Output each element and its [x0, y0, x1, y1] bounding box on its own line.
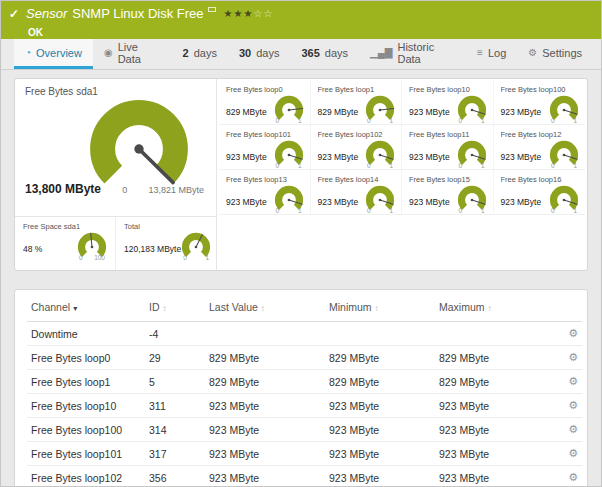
mini-gauge-cell[interactable]: Free Bytes loop11 923 MByte 0 1 — [402, 125, 494, 170]
mini-gauge-value: 923 MByte — [409, 152, 450, 162]
log-list-icon: ≡ — [477, 47, 483, 58]
mini-gauge-scale-min: 0 — [276, 207, 280, 214]
prtg-sensor-page: ✓ Sensor SNMP Linux Disk Free ★★★☆☆ OK ◔… — [0, 0, 602, 487]
mini-gauge-cell[interactable]: Free Bytes loop100 923 MByte 0 1 — [494, 80, 586, 125]
mini-gauge-cell[interactable]: Free Bytes loop10 923 MByte 0 1 — [402, 80, 494, 125]
tab-settings[interactable]: ⚙ Settings — [517, 39, 593, 69]
mini-gauge-title: Free Bytes loop15 — [409, 175, 487, 184]
cell-channel: Free Bytes loop0 — [27, 346, 145, 370]
bar-chart-icon: ▁▄▇ — [370, 47, 392, 58]
channel-settings-icon[interactable]: ⚙ — [568, 327, 578, 339]
mini-gauge-title: Free Bytes loop16 — [501, 175, 580, 184]
tab-log[interactable]: ≡ Log — [466, 39, 517, 69]
tab-live-data[interactable]: ◉ Live Data — [93, 39, 172, 69]
mini-gauge-cell[interactable]: Free Bytes loop101 923 MByte 0 1 — [219, 125, 311, 170]
cell-minimum: 923 MByte — [325, 394, 435, 418]
cell-minimum: 923 MByte — [325, 466, 435, 487]
cell-maximum: 923 MByte — [435, 394, 550, 418]
mini-gauge-scale: 0 1 — [274, 117, 304, 124]
mini-gauge-cell[interactable]: Free Bytes loop16 923 MByte 0 1 — [494, 170, 586, 215]
cell-id: 29 — [145, 346, 205, 370]
mini-gauge-cell[interactable]: Free Bytes loop102 923 MByte 0 1 — [311, 125, 403, 170]
channel-settings-icon[interactable]: ⚙ — [568, 471, 578, 483]
mini-gauge-scale-max: 100 — [94, 254, 105, 261]
column-header-channel[interactable]: Channel▾ — [27, 292, 145, 322]
mini-gauge-value: 923 MByte — [318, 197, 359, 207]
sensor-status-badge: OK — [28, 27, 43, 38]
cell-last-value: 829 MByte — [205, 346, 325, 370]
channel-settings-icon[interactable]: ⚙ — [568, 375, 578, 387]
channel-settings-icon[interactable]: ⚙ — [568, 399, 578, 411]
mini-gauge-scale-min: 0 — [183, 254, 187, 261]
channel-row[interactable]: Free Bytes loop0 29 829 MByte 829 MByte … — [27, 346, 582, 370]
channel-row[interactable]: Free Bytes loop100 314 923 MByte 923 MBy… — [27, 418, 582, 442]
mini-gauge-scale-min: 0 — [551, 117, 555, 124]
column-header-channel-label: Channel — [31, 301, 70, 313]
tab-overview[interactable]: ◔ Overview — [14, 39, 93, 69]
mini-gauge-cell[interactable]: Free Bytes loop1 829 MByte 0 1 — [311, 80, 403, 125]
tab-2-days-label: days — [194, 47, 217, 59]
tab-30-days[interactable]: 30 days — [228, 39, 291, 69]
cell-last-value: 923 MByte — [205, 466, 325, 487]
channel-settings-icon[interactable]: ⚙ — [568, 351, 578, 363]
channel-settings-icon[interactable]: ⚙ — [568, 447, 578, 459]
channel-row[interactable]: Free Bytes loop102 356 923 MByte 923 MBy… — [27, 466, 582, 487]
channels-table-body: Downtime -4 ⚙ Free Bytes loop0 29 829 MB… — [27, 322, 582, 487]
channel-row[interactable]: Free Bytes loop1 5 829 MByte 829 MByte 8… — [27, 370, 582, 394]
mini-gauge-cell[interactable]: Total 120,183 MByte 0 1 — [115, 217, 216, 270]
primary-gauge-zone: Free Bytes sda1 13,800 MByte 0 13,821 MB… — [15, 79, 217, 270]
channels-table-header-row: Channel▾ ID↕ Last Value↕ Minimum↕ Maximu… — [27, 292, 582, 322]
main-gauge-scale-min: 0 — [122, 185, 127, 195]
mini-gauge-value: 923 MByte — [501, 197, 542, 207]
cell-minimum: 923 MByte — [325, 418, 435, 442]
sort-icon: ↕ — [261, 304, 265, 313]
cell-channel: Free Bytes loop1 — [27, 370, 145, 394]
cell-minimum — [325, 322, 435, 346]
column-header-last-value[interactable]: Last Value↕ — [205, 292, 325, 322]
mini-gauge-cell[interactable]: Free Bytes loop15 923 MByte 0 1 — [402, 170, 494, 215]
column-header-maximum[interactable]: Maximum↕ — [435, 292, 550, 322]
channels-table: Channel▾ ID↕ Last Value↕ Minimum↕ Maximu… — [27, 292, 582, 487]
mini-gauge-scale-min: 0 — [367, 207, 371, 214]
cell-last-value: 923 MByte — [205, 418, 325, 442]
mini-gauge-scale: 0 1 — [549, 117, 579, 124]
mini-gauge-scale-min: 0 — [459, 117, 463, 124]
mini-gauge-cell[interactable]: Free Bytes loop12 923 MByte 0 1 — [494, 125, 586, 170]
main-gauge-cell[interactable]: Free Bytes sda1 13,800 MByte 0 13,821 MB… — [15, 79, 216, 216]
mini-gauge-scale-min: 0 — [551, 162, 555, 169]
column-header-minimum-label: Minimum — [329, 301, 372, 313]
mini-gauge-scale: 0 1 — [549, 207, 579, 214]
mini-gauge-cell[interactable]: Free Bytes loop13 923 MByte 0 1 — [219, 170, 311, 215]
mini-gauge-scale: 0 1 — [365, 207, 395, 214]
column-header-id[interactable]: ID↕ — [145, 292, 205, 322]
column-header-minimum[interactable]: Minimum↕ — [325, 292, 435, 322]
mini-gauge-scale: 0 1 — [274, 162, 304, 169]
sensor-header: ✓ Sensor SNMP Linux Disk Free ★★★☆☆ OK — [1, 1, 601, 39]
mini-gauge-value: 829 MByte — [318, 107, 359, 117]
cell-last-value: 923 MByte — [205, 442, 325, 466]
gear-icon: ⚙ — [528, 47, 537, 58]
tab-365-days[interactable]: 365 days — [290, 39, 359, 69]
gauges-panel: Free Bytes sda1 13,800 MByte 0 13,821 MB… — [14, 78, 588, 271]
channels-panel: Channel▾ ID↕ Last Value↕ Minimum↕ Maximu… — [14, 289, 588, 487]
mini-gauge-cell[interactable]: Free Bytes loop14 923 MByte 0 1 — [311, 170, 403, 215]
column-header-last-value-label: Last Value — [209, 301, 258, 313]
cell-maximum: 829 MByte — [435, 346, 550, 370]
channel-row[interactable]: Free Bytes loop10 311 923 MByte 923 MByt… — [27, 394, 582, 418]
mini-gauge-scale-max: 1 — [298, 207, 302, 214]
main-gauge-value: 13,800 MByte — [25, 182, 101, 196]
tab-log-label: Log — [488, 47, 506, 59]
mini-gauge-cell[interactable]: Free Bytes loop0 829 MByte 0 1 — [219, 80, 311, 125]
main-gauge-dial — [87, 97, 191, 189]
cell-maximum: 829 MByte — [435, 370, 550, 394]
mini-gauge-cell[interactable]: Free Space sda1 48 % 0 100 — [15, 217, 115, 270]
priority-stars[interactable]: ★★★☆☆ — [224, 8, 274, 19]
tab-2-days[interactable]: 2 days — [172, 39, 228, 69]
channel-settings-icon[interactable]: ⚙ — [568, 423, 578, 435]
status-ok-check-icon: ✓ — [9, 7, 19, 21]
main-gauge-title: Free Bytes sda1 — [25, 86, 206, 97]
mini-gauge-title: Free Bytes loop0 — [226, 85, 304, 94]
tab-historic-data[interactable]: ▁▄▇ Historic Data — [359, 39, 466, 69]
channel-row[interactable]: Free Bytes loop101 317 923 MByte 923 MBy… — [27, 442, 582, 466]
channel-row[interactable]: Downtime -4 ⚙ — [27, 322, 582, 346]
